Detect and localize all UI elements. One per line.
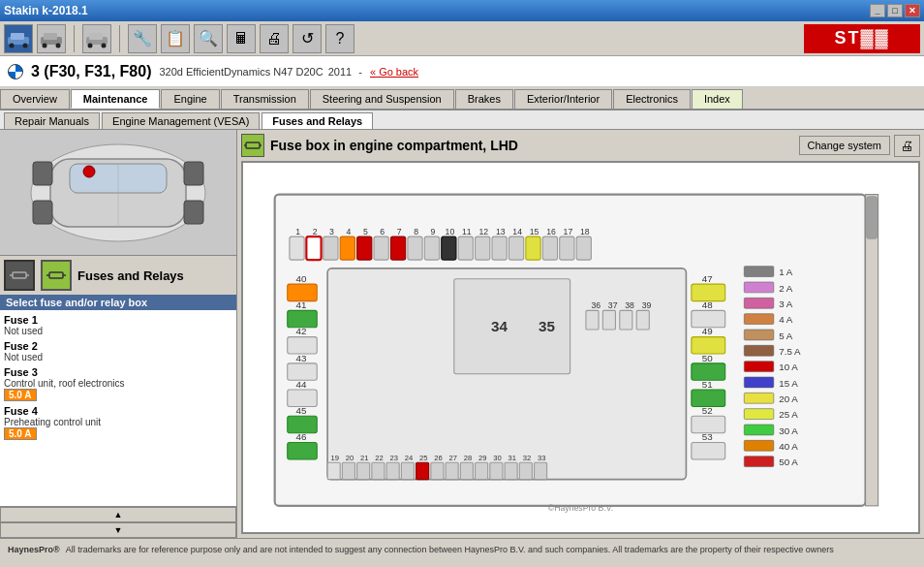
svg-rect-127 [460,462,473,479]
tab-overview[interactable]: Overview [0,89,70,109]
svg-rect-146 [744,330,773,340]
toolbar: 🔧 📋 🔍 🖩 🖨 ↺ ? ST▓▓ [0,21,924,56]
subtab-fuses[interactable]: Fuses and Relays [262,112,373,129]
tool-doc-icon[interactable]: 📋 [161,24,190,53]
toolbar-separator [74,25,75,52]
svg-text:4: 4 [346,227,351,236]
svg-rect-105 [692,416,725,432]
svg-text:33: 33 [538,454,545,462]
svg-rect-69 [288,284,317,300]
svg-rect-15 [33,162,52,185]
svg-rect-9 [89,33,103,40]
svg-text:25: 25 [419,454,427,462]
tool-help-icon[interactable]: ? [325,24,354,53]
tab-brakes[interactable]: Brakes [455,89,513,109]
svg-text:6: 6 [380,227,385,236]
car-thumb-1[interactable] [4,24,33,53]
svg-rect-51 [306,236,321,260]
car-thumb-3[interactable] [82,24,111,53]
svg-rect-5 [44,33,57,40]
tab-exterior[interactable]: Exterior/Interior [514,89,612,109]
svg-text:1 A: 1 A [779,267,793,277]
svg-rect-101 [692,363,725,380]
app-title: Stakin k-2018.1 [4,4,88,17]
svg-text:15 A: 15 A [779,378,798,389]
tab-index[interactable]: Index [692,89,743,109]
tool-wrench-icon[interactable]: 🔧 [128,24,157,53]
svg-rect-28 [246,142,260,148]
tab-electronics[interactable]: Electronics [613,89,691,109]
main-content: Fuses and Relays Select fuse and/or rela… [0,130,924,538]
svg-rect-111 [342,462,354,479]
fuse-item-4[interactable]: Fuse 4 Preheating control unit 5.0 A [4,403,232,442]
svg-text:21: 21 [360,454,368,462]
svg-rect-137 [535,462,547,479]
svg-rect-152 [744,377,773,388]
fuse-list-scroll-down[interactable]: ▼ [0,522,236,538]
fuse-list-scroll-up[interactable]: ▲ [0,507,236,522]
svg-rect-142 [744,298,773,308]
tab-transmission[interactable]: Transmission [221,89,309,109]
change-system-button[interactable]: Change system [799,136,890,155]
fuses-icon-green [41,260,72,291]
svg-rect-71 [288,310,317,327]
fuse-item-1[interactable]: Fuse 1 Not used [4,312,232,338]
fuses-icon-dark [4,260,35,291]
sub-nav-tabs: Repair Manuals Engine Management (VESA) … [0,110,924,130]
subtab-repair[interactable]: Repair Manuals [4,112,100,129]
car-model: 3 (F30, F31, F80) [31,63,152,80]
svg-rect-1 [11,33,24,40]
svg-text:34: 34 [491,318,508,334]
diagram-title: Fuse box in engine compartment, LHD [241,134,518,157]
svg-rect-129 [476,462,488,479]
tool-print-icon[interactable]: 🖨 [260,24,289,53]
svg-point-3 [23,43,28,47]
svg-rect-138 [744,267,773,277]
tab-steering[interactable]: Steering and Suspension [310,89,454,109]
svg-rect-64 [526,236,540,260]
fuses-relays-section-header: Fuses and Relays [0,256,236,295]
go-back-link[interactable]: « Go back [370,66,418,78]
print-diagram-button[interactable]: 🖨 [894,135,920,157]
svg-text:18: 18 [580,227,590,236]
svg-text:47: 47 [702,273,713,284]
svg-rect-50 [290,236,304,260]
fuse-item-2[interactable]: Fuse 2 Not used [4,338,232,364]
subtab-engine-mgmt[interactable]: Engine Management (VESA) [102,112,260,129]
svg-rect-165 [866,195,878,506]
minimize-button[interactable]: _ [870,4,885,17]
svg-rect-77 [288,390,317,406]
fuse-box-svg: 1 2 3 4 5 6 7 8 9 10 11 12 13 14 15 16 1… [243,163,918,532]
car-thumb-2[interactable] [37,24,66,53]
svg-rect-125 [446,462,458,479]
svg-rect-81 [288,443,317,459]
svg-text:7.5 A: 7.5 A [779,346,801,357]
svg-text:27: 27 [448,454,456,462]
svg-text:13: 13 [496,227,506,236]
svg-point-2 [10,43,15,47]
close-button[interactable]: ✕ [905,4,920,17]
tab-maintenance[interactable]: Maintenance [71,89,161,109]
svg-rect-107 [692,443,725,459]
svg-text:12: 12 [478,227,488,236]
svg-text:30: 30 [493,454,501,462]
diagram-title-text: Fuse box in engine compartment, LHD [270,138,518,153]
footer-brand: HaynesPro® [8,545,60,554]
fuses-relays-label: Fuses and Relays [77,268,184,283]
svg-rect-58 [424,236,439,260]
tool-refresh-icon[interactable]: ↺ [293,24,322,53]
tool-calc-icon[interactable]: 🖩 [227,24,256,53]
tab-engine[interactable]: Engine [161,89,219,109]
svg-text:22: 22 [375,454,383,462]
svg-text:2 A: 2 A [779,283,793,294]
svg-text:5: 5 [363,227,368,236]
maximize-button[interactable]: □ [887,4,903,17]
title-bar: Stakin k-2018.1 _ □ ✕ [0,0,924,21]
svg-rect-18 [184,201,203,224]
tool-search-icon[interactable]: 🔍 [194,24,223,53]
fuse-item-3[interactable]: Fuse 3 Control unit, roof electronics 5.… [4,364,232,403]
svg-rect-156 [744,409,773,420]
svg-rect-95 [692,284,725,300]
svg-text:8: 8 [414,227,418,236]
fuse-list[interactable]: Fuse 1 Not used Fuse 2 Not used Fuse 3 C… [0,310,236,506]
